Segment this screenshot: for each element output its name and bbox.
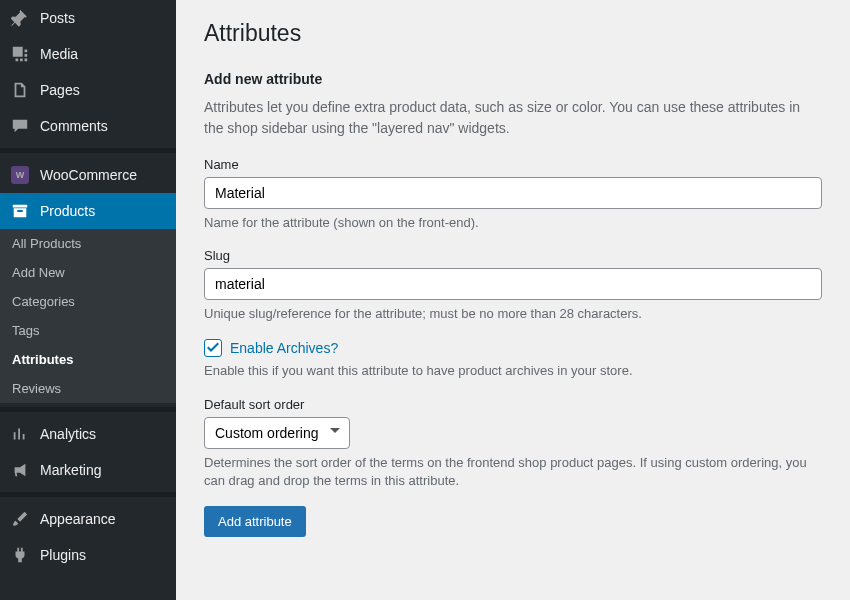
megaphone-icon <box>10 460 30 480</box>
archives-checkbox[interactable] <box>204 339 222 357</box>
sidebar-item-label: Appearance <box>40 511 116 527</box>
slug-input[interactable] <box>204 268 822 300</box>
comment-icon <box>10 116 30 136</box>
sidebar-item-label: Media <box>40 46 78 62</box>
submenu-item-add-new[interactable]: Add New <box>0 258 176 287</box>
brush-icon <box>10 509 30 529</box>
slug-label: Slug <box>204 248 822 263</box>
section-subhead: Add new attribute <box>204 71 822 87</box>
page-icon <box>10 80 30 100</box>
pin-icon <box>10 8 30 28</box>
sidebar-item-media[interactable]: Media <box>0 36 176 72</box>
name-label: Name <box>204 157 822 172</box>
sidebar-item-label: Plugins <box>40 547 86 563</box>
sidebar-item-plugins[interactable]: Plugins <box>0 537 176 573</box>
media-icon <box>10 44 30 64</box>
archives-description: Enable this if you want this attribute t… <box>204 362 822 380</box>
sidebar-item-woocommerce[interactable]: W WooCommerce <box>0 157 176 193</box>
sort-description: Determines the sort order of the terms o… <box>204 454 822 490</box>
menu-separator <box>0 148 176 153</box>
submenu-item-all-products[interactable]: All Products <box>0 229 176 258</box>
add-attribute-button[interactable]: Add attribute <box>204 506 306 537</box>
sidebar-item-marketing[interactable]: Marketing <box>0 452 176 488</box>
sort-select[interactable]: Custom ordering <box>204 417 350 449</box>
menu-separator <box>0 492 176 497</box>
submenu-item-categories[interactable]: Categories <box>0 287 176 316</box>
section-intro: Attributes let you define extra product … <box>204 97 822 139</box>
slug-description: Unique slug/reference for the attribute;… <box>204 305 822 323</box>
sidebar-item-analytics[interactable]: Analytics <box>0 416 176 452</box>
sidebar-item-label: Analytics <box>40 426 96 442</box>
sidebar-item-products[interactable]: Products <box>0 193 176 229</box>
sidebar-submenu-products: All Products Add New Categories Tags Att… <box>0 229 176 403</box>
admin-sidebar: Posts Media Pages Comments W WooCommerce… <box>0 0 176 600</box>
main-content: Attributes Add new attribute Attributes … <box>176 0 850 600</box>
archive-icon <box>10 201 30 221</box>
sidebar-item-pages[interactable]: Pages <box>0 72 176 108</box>
sidebar-item-label: Products <box>40 203 95 219</box>
sidebar-item-posts[interactable]: Posts <box>0 0 176 36</box>
menu-separator <box>0 407 176 412</box>
sidebar-item-label: Pages <box>40 82 80 98</box>
sort-label: Default sort order <box>204 397 822 412</box>
sidebar-item-label: Comments <box>40 118 108 134</box>
sidebar-item-label: WooCommerce <box>40 167 137 183</box>
sidebar-item-label: Posts <box>40 10 75 26</box>
name-description: Name for the attribute (shown on the fro… <box>204 214 822 232</box>
name-input[interactable] <box>204 177 822 209</box>
archives-label: Enable Archives? <box>230 340 338 356</box>
submenu-item-attributes[interactable]: Attributes <box>0 345 176 374</box>
woo-icon: W <box>10 165 30 185</box>
plug-icon <box>10 545 30 565</box>
bars-icon <box>10 424 30 444</box>
sidebar-item-comments[interactable]: Comments <box>0 108 176 144</box>
submenu-item-tags[interactable]: Tags <box>0 316 176 345</box>
sidebar-item-appearance[interactable]: Appearance <box>0 501 176 537</box>
page-title: Attributes <box>204 20 822 47</box>
submenu-item-reviews[interactable]: Reviews <box>0 374 176 403</box>
sidebar-item-label: Marketing <box>40 462 101 478</box>
